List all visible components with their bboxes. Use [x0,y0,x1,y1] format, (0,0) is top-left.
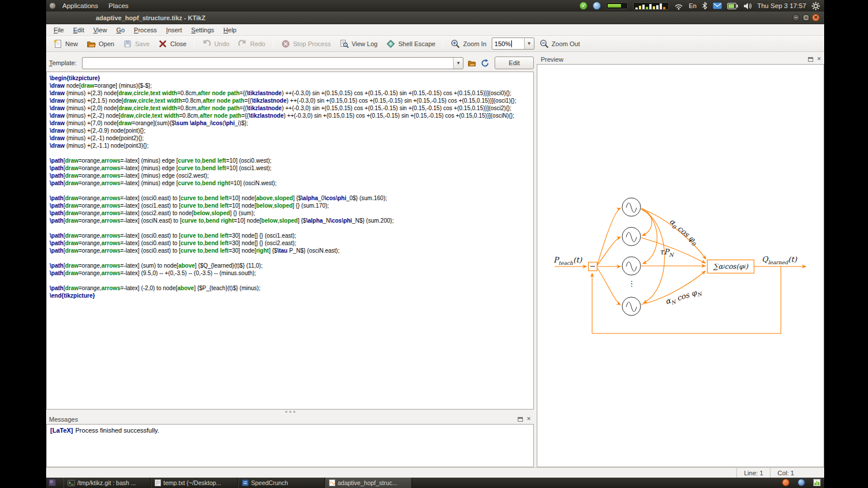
undo-button[interactable]: Undo [199,37,233,51]
menu-go[interactable]: Go [111,25,129,35]
messages-panel-header[interactable]: Messages ✕ [46,414,534,424]
places-menu[interactable]: Places [104,0,133,12]
reload-template-button[interactable] [480,58,490,68]
shell-escape-button[interactable]: Shell Escape [383,37,439,51]
taskbar-item-ktikz[interactable]: adaptive_hopf_struc... [325,478,412,488]
code-line[interactable]: \draw (minus) +(2,1.5) node[draw,circle,… [50,97,533,104]
session-gear-icon[interactable] [811,2,820,10]
code-line[interactable]: \draw (minus) +(2,3) node[draw,circle,te… [50,89,533,97]
stop-process-button[interactable]: Stop Process [278,37,334,51]
keyboard-layout-indicator[interactable]: En [689,2,696,9]
code-line[interactable]: \begin{tikzpicture} [50,74,533,82]
code-line[interactable] [50,149,533,157]
redo-button[interactable]: Redo [234,37,268,51]
applications-menu[interactable]: Applications [58,0,102,12]
top-panel: Applications Places ✓ En [46,0,824,12]
editor-messages-splitter[interactable] [46,410,534,414]
volume-icon[interactable] [743,2,752,10]
code-line[interactable]: \path[draw=orange,arrows=-latex] (osciN.… [50,217,533,224]
close-panel-icon[interactable]: ✕ [817,57,821,62]
minimize-button[interactable]: – [792,14,800,21]
battery-icon[interactable] [727,3,738,9]
code-line[interactable]: \draw (minus) +(7,0) node[draw=orange](s… [50,119,533,127]
code-line[interactable]: \draw (minus) +(2,-1) node(point2){}; [50,134,533,142]
menu-help[interactable]: Help [219,25,241,35]
new-button[interactable]: New [50,37,81,51]
menu-insert[interactable]: Insert [162,25,187,35]
bluetooth-icon[interactable] [702,2,708,10]
menu-file[interactable]: File [49,25,69,35]
taskbar-item-terminal[interactable]: /tmp/ktikz.git : bash ... [63,478,151,488]
preview-panel-header[interactable]: Preview ✕ [537,54,824,64]
preview-canvas[interactable]: − ⋮ ∑ αi cos(φi) Pteach(t) Qlearned(t) τ… [537,64,824,467]
system-monitor-applet[interactable] [633,2,669,10]
open-template-button[interactable] [466,58,477,68]
code-line[interactable]: \draw (minus) +(2,0) node[draw,circle,te… [50,104,533,112]
log-message: Process finished successfully. [76,427,159,434]
tray-icon-chart[interactable] [813,479,821,486]
code-line[interactable]: \path[draw=orange,arrows=-latex] (minus)… [50,172,533,179]
p-teach-label: Pteach(t) [553,256,582,266]
taskbar-item-speedcrunch[interactable]: SpeedCrunch [238,478,325,488]
code-line[interactable]: \path[draw=orange,arrows=-latex] (minus)… [50,157,533,164]
code-line[interactable]: \draw node[draw=orange] (minus){$-$}; [50,82,533,89]
template-combobox[interactable]: ▼ [82,57,463,69]
wifi-icon[interactable] [674,2,683,10]
template-dropdown-arrow[interactable]: ▼ [453,58,463,69]
save-button[interactable]: Save [119,37,153,51]
code-line[interactable]: \path[draw=orange,arrows=-latex] (osci0.… [50,247,533,254]
float-panel-icon[interactable] [808,57,813,62]
tray-icon-orange-sphere[interactable] [782,479,790,486]
float-panel-icon[interactable] [518,417,523,422]
code-line[interactable] [50,187,533,194]
menu-settings[interactable]: Settings [186,25,219,35]
code-editor[interactable]: \begin{tikzpicture}\draw node[draw=orang… [46,72,534,410]
code-line[interactable]: \draw (minus) +(2,-1.1) node(point3){}; [50,142,533,149]
zoom-in-button[interactable]: Zoom In [447,37,489,51]
status-bar: Line: 1 Col: 1 [46,467,824,478]
zoom-out-button[interactable]: Zoom Out [536,37,583,51]
code-line[interactable]: \draw (minus) +(2,-0.9) node(point){}; [50,127,533,134]
code-line[interactable] [50,224,533,232]
messages-log[interactable]: [LaTeX]Process finished successfully. [46,424,534,467]
template-edit-button[interactable]: Edit [495,57,534,69]
maximize-button[interactable]: ▢ [802,14,810,21]
code-line[interactable] [50,254,533,262]
zoom-level-combobox[interactable]: 150% ▼ [492,37,534,50]
code-lines: \begin{tikzpicture}\draw node[draw=orang… [47,72,533,299]
code-line[interactable]: \path[draw=orange,arrows=-latex] (osci0.… [50,232,533,239]
reload-icon [481,59,489,67]
menu-process[interactable]: Process [129,25,162,35]
code-line[interactable] [50,277,533,284]
close-file-button[interactable]: Close [155,37,190,51]
menu-view[interactable]: View [89,25,112,35]
code-line[interactable]: \path[draw=orange,arrows=-latex] (osci2.… [50,209,533,217]
code-line[interactable]: \end{tikzpicture} [50,292,533,299]
menu-edit[interactable]: Edit [69,25,89,35]
code-line[interactable]: \path[draw=orange,arrows=-latex] (minus)… [50,179,533,187]
code-line[interactable]: \path[draw=orange,arrows=-latex] (-2,0) … [50,284,533,292]
view-log-button[interactable]: View Log [336,37,381,51]
code-line[interactable]: \draw (minus) +(2,-2) node[draw,circle,t… [50,112,533,119]
mail-icon[interactable] [713,2,722,9]
code-line[interactable]: \path[draw=orange,arrows=-latex] (9.5,0)… [50,269,533,277]
code-line[interactable]: \path[draw=orange,arrows=-latex] (minus)… [50,164,533,172]
network-globe-icon[interactable] [593,2,601,10]
zoom-dropdown-arrow[interactable]: ▼ [524,38,534,49]
show-desktop-icon [48,479,56,486]
close-panel-icon[interactable]: ✕ [526,416,531,422]
brightness-applet[interactable] [606,2,628,9]
taskbar-item-temp-txt[interactable]: temp.txt (~/Desktop... [151,478,238,488]
code-line[interactable]: \path[draw=orange,arrows=-latex] (osci0.… [50,239,533,247]
tray-icon-blue-sphere[interactable] [798,479,805,486]
code-line[interactable]: \path[draw=orange,arrows=-latex] (osci1.… [50,202,533,209]
code-line[interactable]: \path[draw=orange,arrows=-latex] (osci0.… [50,194,533,202]
updates-check-icon[interactable]: ✓ [579,2,588,10]
clock[interactable]: Thu Sep 3 17:57 [757,2,806,9]
show-desktop-button[interactable] [48,479,56,487]
close-window-button[interactable]: ✕ [812,14,820,21]
window-titlebar[interactable]: adaptive_hopf_structure.tikz - KTikZ – ▢… [46,12,824,24]
code-line[interactable]: \path[draw=orange,arrows=-latex] (sum) t… [50,262,533,269]
open-button[interactable]: Open [83,37,118,51]
distro-logo-icon[interactable] [49,2,56,9]
